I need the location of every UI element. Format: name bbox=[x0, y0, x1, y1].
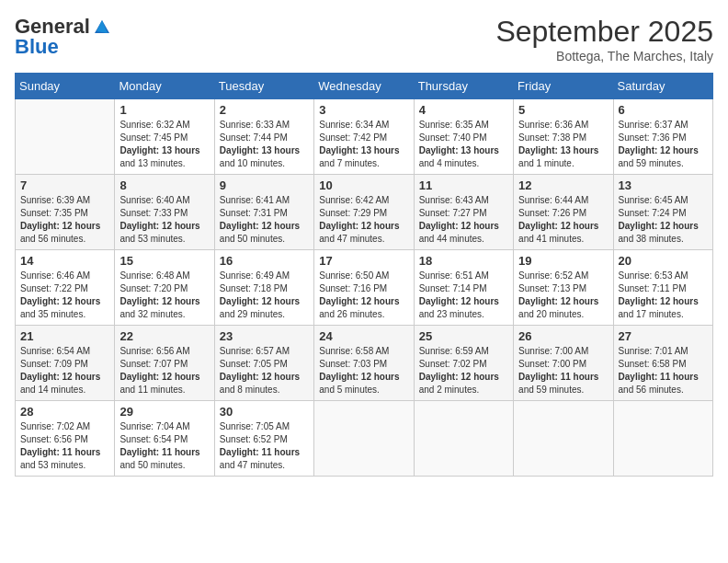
sun-time: Sunrise: 6:40 AM bbox=[119, 195, 189, 205]
calendar-cell bbox=[613, 401, 712, 477]
sun-time: Sunset: 7:03 PM bbox=[319, 359, 387, 369]
sun-time: Sunset: 6:54 PM bbox=[119, 434, 188, 444]
daylight-hours: Daylight: 13 hours bbox=[419, 145, 499, 155]
sun-time: and 17 minutes. bbox=[619, 309, 684, 319]
daylight-hours: Daylight: 12 hours bbox=[619, 221, 699, 231]
calendar-cell: 21Sunrise: 6:54 AMSunset: 7:09 PMDayligh… bbox=[16, 326, 115, 401]
sun-time: and 7 minutes. bbox=[319, 158, 380, 168]
day-number: 5 bbox=[518, 103, 608, 117]
calendar-cell: 22Sunrise: 6:56 AMSunset: 7:07 PMDayligh… bbox=[115, 326, 214, 401]
sun-time: and 59 minutes. bbox=[619, 158, 684, 168]
sun-time: Sunset: 7:36 PM bbox=[619, 132, 687, 143]
sun-time: Sunrise: 6:32 AM bbox=[119, 120, 189, 130]
calendar-week-row: 28Sunrise: 7:02 AMSunset: 6:56 PMDayligh… bbox=[16, 401, 713, 477]
sun-time: Sunset: 7:18 PM bbox=[220, 283, 288, 293]
cell-content: Sunrise: 6:51 AMSunset: 7:14 PMDaylight:… bbox=[419, 270, 508, 321]
daylight-hours: Daylight: 12 hours bbox=[220, 296, 300, 306]
day-number: 27 bbox=[619, 329, 708, 343]
cell-content: Sunrise: 6:43 AMSunset: 7:27 PMDaylight:… bbox=[419, 194, 508, 246]
calendar-cell: 13Sunrise: 6:45 AMSunset: 7:24 PMDayligh… bbox=[613, 175, 712, 250]
sun-time: Sunset: 7:11 PM bbox=[619, 283, 687, 293]
sun-time: Sunset: 6:52 PM bbox=[220, 434, 288, 444]
sun-time: and 1 minute. bbox=[518, 158, 574, 168]
calendar-cell: 14Sunrise: 6:46 AMSunset: 7:22 PMDayligh… bbox=[16, 250, 115, 326]
day-number: 24 bbox=[319, 329, 408, 343]
calendar-cell: 4Sunrise: 6:35 AMSunset: 7:40 PMDaylight… bbox=[414, 99, 513, 175]
calendar-cell: 25Sunrise: 6:59 AMSunset: 7:02 PMDayligh… bbox=[414, 326, 513, 401]
daylight-hours: Daylight: 12 hours bbox=[619, 296, 699, 306]
cell-content: Sunrise: 6:49 AMSunset: 7:18 PMDaylight:… bbox=[220, 270, 309, 321]
calendar-cell: 7Sunrise: 6:39 AMSunset: 7:35 PMDaylight… bbox=[16, 175, 115, 250]
day-header-thursday: Thursday bbox=[414, 74, 513, 99]
calendar-cell: 16Sunrise: 6:49 AMSunset: 7:18 PMDayligh… bbox=[214, 250, 313, 326]
sun-time: Sunset: 7:22 PM bbox=[20, 283, 88, 293]
sun-time: Sunrise: 6:50 AM bbox=[319, 270, 389, 281]
sun-time: and 26 minutes. bbox=[319, 309, 384, 319]
day-header-friday: Friday bbox=[514, 74, 613, 99]
day-number: 19 bbox=[518, 254, 608, 268]
logo-icon bbox=[93, 18, 111, 35]
sun-time: and 56 minutes. bbox=[20, 234, 85, 244]
sun-time: Sunset: 7:33 PM bbox=[119, 208, 188, 218]
sun-time: Sunset: 7:05 PM bbox=[220, 359, 288, 369]
daylight-hours: Daylight: 12 hours bbox=[319, 221, 399, 231]
sun-time: Sunrise: 6:58 AM bbox=[319, 346, 389, 356]
sun-time: and 50 minutes. bbox=[119, 460, 185, 470]
sun-time: Sunset: 7:20 PM bbox=[119, 283, 188, 293]
daylight-hours: Daylight: 11 hours bbox=[619, 372, 699, 382]
day-header-tuesday: Tuesday bbox=[214, 74, 313, 99]
daylight-hours: Daylight: 12 hours bbox=[20, 372, 100, 382]
daylight-hours: Daylight: 12 hours bbox=[119, 372, 199, 382]
daylight-hours: Daylight: 13 hours bbox=[319, 145, 399, 155]
daylight-hours: Daylight: 12 hours bbox=[518, 221, 598, 231]
calendar-week-row: 1Sunrise: 6:32 AMSunset: 7:45 PMDaylight… bbox=[16, 99, 713, 175]
day-number: 8 bbox=[119, 178, 209, 192]
cell-content: Sunrise: 7:02 AMSunset: 6:56 PMDaylight:… bbox=[20, 420, 109, 472]
cell-content: Sunrise: 6:40 AMSunset: 7:33 PMDaylight:… bbox=[119, 194, 209, 246]
daylight-hours: Daylight: 12 hours bbox=[619, 145, 699, 155]
day-number: 18 bbox=[419, 254, 508, 268]
sun-time: Sunrise: 6:44 AM bbox=[518, 195, 588, 205]
cell-content: Sunrise: 6:59 AMSunset: 7:02 PMDaylight:… bbox=[419, 345, 508, 396]
day-number: 7 bbox=[20, 178, 109, 192]
sun-time: Sunrise: 7:02 AM bbox=[20, 421, 90, 431]
day-number: 29 bbox=[119, 405, 209, 419]
sun-time: and 8 minutes. bbox=[220, 385, 280, 395]
cell-content: Sunrise: 6:32 AMSunset: 7:45 PMDaylight:… bbox=[119, 119, 209, 170]
sun-time: Sunrise: 6:41 AM bbox=[220, 195, 290, 205]
sun-time: and 59 minutes. bbox=[518, 385, 584, 395]
day-number: 28 bbox=[20, 405, 109, 419]
day-number: 21 bbox=[20, 329, 109, 343]
sun-time: Sunset: 7:00 PM bbox=[518, 359, 586, 369]
svg-marker-1 bbox=[97, 20, 108, 33]
calendar-cell: 11Sunrise: 6:43 AMSunset: 7:27 PMDayligh… bbox=[414, 175, 513, 250]
daylight-hours: Daylight: 12 hours bbox=[419, 296, 499, 306]
calendar-cell: 8Sunrise: 6:40 AMSunset: 7:33 PMDaylight… bbox=[115, 175, 214, 250]
sun-time: Sunrise: 6:59 AM bbox=[419, 346, 489, 356]
sun-time: Sunrise: 6:45 AM bbox=[619, 195, 688, 205]
sun-time: and 13 minutes. bbox=[119, 158, 185, 168]
logo-blue: Blue bbox=[15, 35, 59, 58]
cell-content: Sunrise: 6:42 AMSunset: 7:29 PMDaylight:… bbox=[319, 194, 408, 246]
sun-time: and 29 minutes. bbox=[220, 309, 285, 319]
sun-time: and 20 minutes. bbox=[518, 309, 584, 319]
sun-time: Sunrise: 6:33 AM bbox=[220, 120, 290, 130]
sun-time: Sunrise: 6:48 AM bbox=[119, 270, 189, 281]
sun-time: and 11 minutes. bbox=[119, 385, 185, 395]
daylight-hours: Daylight: 13 hours bbox=[220, 145, 300, 155]
month-title: September 2025 bbox=[495, 15, 713, 49]
title-block: September 2025 Bottega, The Marches, Ita… bbox=[495, 15, 713, 63]
calendar-cell: 1Sunrise: 6:32 AMSunset: 7:45 PMDaylight… bbox=[115, 99, 214, 175]
cell-content: Sunrise: 6:44 AMSunset: 7:26 PMDaylight:… bbox=[518, 194, 608, 246]
calendar-cell: 15Sunrise: 6:48 AMSunset: 7:20 PMDayligh… bbox=[115, 250, 214, 326]
cell-content: Sunrise: 6:35 AMSunset: 7:40 PMDaylight:… bbox=[419, 119, 508, 170]
sun-time: Sunrise: 7:00 AM bbox=[518, 346, 588, 356]
sun-time: Sunrise: 6:56 AM bbox=[119, 346, 189, 356]
day-number: 4 bbox=[419, 103, 508, 117]
cell-content: Sunrise: 6:56 AMSunset: 7:07 PMDaylight:… bbox=[119, 345, 209, 396]
calendar-header-row: SundayMondayTuesdayWednesdayThursdayFrid… bbox=[16, 74, 713, 99]
sun-time: Sunset: 7:45 PM bbox=[119, 132, 188, 143]
calendar-cell: 18Sunrise: 6:51 AMSunset: 7:14 PMDayligh… bbox=[414, 250, 513, 326]
sun-time: Sunrise: 6:46 AM bbox=[20, 270, 90, 281]
cell-content: Sunrise: 7:01 AMSunset: 6:58 PMDaylight:… bbox=[619, 345, 708, 396]
